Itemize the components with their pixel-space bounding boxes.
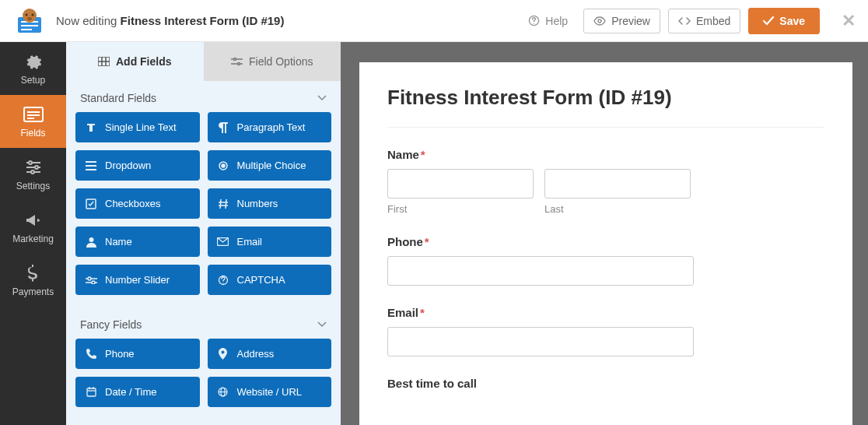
field-number-slider[interactable]: Number Slider [75, 265, 200, 295]
field-best-time[interactable]: Best time to call [387, 377, 824, 390]
first-name-input[interactable] [387, 169, 534, 198]
svg-point-20 [31, 170, 34, 174]
nav-fields[interactable]: Fields [0, 95, 66, 148]
editing-prefix: Now editing [56, 14, 117, 27]
field-website-url[interactable]: Website / URL [208, 377, 332, 407]
nav-setup[interactable]: Setup [0, 42, 66, 95]
hash-icon [217, 198, 229, 209]
menu-icon [85, 161, 97, 170]
phone-input[interactable] [387, 256, 694, 286]
chevron-down-icon [317, 321, 327, 328]
form-canvas: Fitness Interest Form (ID #19) Name* Fir… [344, 42, 868, 425]
check-icon [85, 198, 97, 209]
field-numbers[interactable]: Numbers [208, 188, 332, 219]
chevron-down-icon [317, 95, 327, 101]
svg-point-5 [26, 13, 28, 16]
field-checkboxes[interactable]: Checkboxes [75, 188, 200, 219]
pin-icon [217, 348, 229, 360]
save-button[interactable]: Save [748, 8, 820, 34]
svg-rect-2 [21, 25, 38, 26]
email-label: Email* [387, 306, 824, 319]
email-icon [217, 237, 229, 246]
editing-form-name: Fitness Interest Form (ID #19) [121, 14, 285, 27]
svg-rect-31 [86, 169, 96, 170]
svg-rect-30 [86, 165, 96, 167]
globe-icon [217, 387, 229, 397]
nav-settings[interactable]: Settings [0, 148, 66, 201]
captcha-icon [217, 275, 229, 286]
field-single-line-text[interactable]: Single Line Text [75, 112, 200, 142]
preview-button[interactable]: Preview [583, 9, 660, 33]
svg-point-6 [32, 13, 34, 16]
required-asterisk: * [420, 306, 425, 319]
last-name-input[interactable] [544, 169, 691, 198]
left-nav: Setup Fields Settings Marketing Payments [0, 42, 66, 425]
help-icon [528, 15, 540, 26]
field-phone[interactable]: Phone* [387, 235, 824, 286]
field-address[interactable]: Address [208, 339, 332, 369]
help-link[interactable]: Help [520, 9, 576, 33]
svg-point-10 [598, 19, 601, 23]
section-fancy-fields[interactable]: Fancy Fields [66, 307, 341, 339]
phone-label: Phone* [387, 235, 824, 248]
close-icon[interactable]: ✕ [842, 11, 856, 31]
nav-marketing[interactable]: Marketing [0, 201, 66, 254]
sidebar-tabs: Add Fields Field Options [66, 42, 341, 81]
form-preview: Fitness Interest Form (ID #19) Name* Fir… [359, 62, 852, 425]
field-email[interactable]: Email [208, 227, 332, 257]
nav-payments[interactable]: Payments [0, 254, 66, 307]
calendar-icon [85, 387, 97, 397]
svg-rect-3 [21, 29, 32, 30]
field-multiple-choice[interactable]: Multiple Choice [208, 150, 332, 181]
field-date-time[interactable]: Date / Time [75, 377, 200, 407]
gear-icon [25, 53, 42, 70]
field-email[interactable]: Email* [387, 306, 824, 357]
last-sublabel: Last [544, 203, 691, 215]
grid-icon [98, 57, 110, 66]
embed-button[interactable]: Embed [668, 9, 740, 33]
radio-icon [217, 160, 229, 171]
svg-point-18 [35, 166, 38, 169]
tab-field-options[interactable]: Field Options [204, 42, 341, 81]
email-input[interactable] [387, 327, 694, 357]
svg-point-4 [23, 9, 37, 23]
svg-rect-29 [86, 161, 96, 163]
required-asterisk: * [421, 148, 425, 161]
field-name[interactable]: Name [75, 227, 200, 257]
eye-icon [593, 16, 606, 26]
svg-rect-47 [87, 388, 96, 396]
field-name[interactable]: Name* First Last [387, 148, 824, 215]
topbar-actions: Help Preview Embed Save ✕ [520, 8, 856, 34]
best-time-label: Best time to call [387, 377, 824, 390]
tab-add-fields[interactable]: Add Fields [66, 42, 204, 81]
dollar-icon [27, 265, 40, 282]
phone-icon [85, 349, 97, 359]
svg-point-9 [534, 23, 534, 24]
bullhorn-icon [25, 212, 42, 229]
sliders-icon [25, 159, 42, 176]
field-captcha[interactable]: CAPTCHA [208, 265, 332, 295]
svg-point-44 [92, 281, 95, 284]
field-phone[interactable]: Phone [75, 339, 200, 369]
fancy-fields-grid: Phone Address Date / Time Website / URL [66, 339, 341, 420]
code-icon [678, 16, 691, 26]
field-sidebar: Add Fields Field Options Standard Fields… [66, 42, 344, 425]
svg-point-42 [88, 277, 91, 280]
svg-point-28 [238, 63, 240, 65]
wpforms-logo [12, 7, 47, 35]
form-icon [23, 106, 44, 123]
field-paragraph-text[interactable]: Paragraph Text [208, 112, 332, 142]
svg-point-39 [89, 237, 93, 242]
field-dropdown[interactable]: Dropdown [75, 150, 200, 181]
svg-point-16 [29, 161, 32, 164]
form-title: Fitness Interest Form (ID #19) [387, 86, 824, 128]
svg-point-33 [222, 164, 225, 167]
first-sublabel: First [387, 203, 534, 215]
user-icon [85, 237, 97, 248]
section-standard-fields[interactable]: Standard Fields [66, 81, 341, 112]
text-icon [85, 122, 97, 133]
required-asterisk: * [425, 235, 429, 248]
editing-title: Now editing Fitness Interest Form (ID #1… [56, 14, 511, 27]
slider-icon [85, 276, 97, 284]
svg-line-36 [226, 199, 226, 209]
